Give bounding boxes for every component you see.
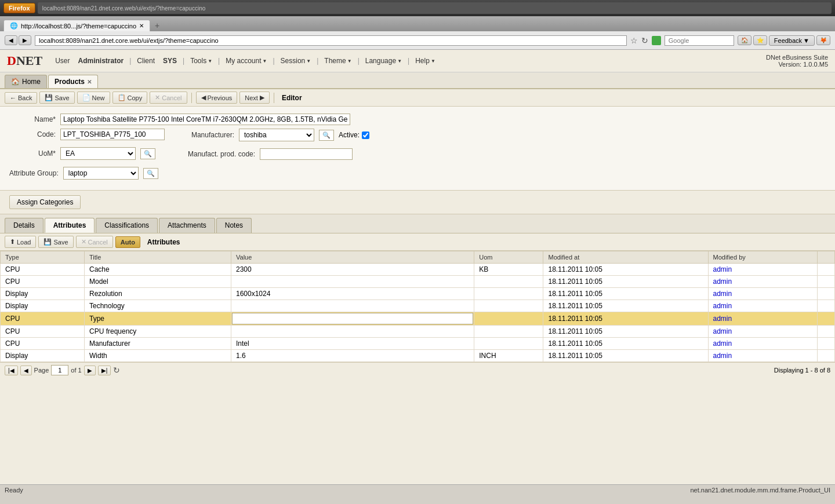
cell-value-edit[interactable] [231, 312, 474, 326]
cell-modified-by: admin [708, 264, 818, 276]
cell-action [818, 312, 835, 326]
tab-close-button[interactable]: ✕ [139, 23, 144, 29]
tab-favicon: 🌐 [10, 22, 18, 30]
displaying-label: Displaying 1 - 8 of 8 [774, 367, 830, 374]
nav-user[interactable]: User [52, 55, 73, 67]
attribute-group-search-button[interactable]: 🔍 [143, 168, 158, 179]
table-row[interactable]: CPU Model 18.11.2011 10:05 admin [1, 276, 835, 288]
cell-modified-at: 18.11.2011 10:05 [543, 276, 708, 288]
back-nav-button[interactable]: ◀ [5, 35, 17, 45]
manufact-prod-code-label: Manufact. prod. code: [188, 150, 255, 158]
nav-sep6: | [357, 57, 361, 65]
nav-sep4: | [271, 57, 275, 65]
table-row[interactable]: CPU CPU frequency 18.11.2011 10:05 admin [1, 326, 835, 338]
cell-title: Cache [84, 264, 231, 276]
browser-tab[interactable]: 🌐 http://localhost:80...js/?theme=capucc… [3, 20, 150, 31]
refresh-browser-button[interactable]: ↻ [641, 36, 648, 45]
name-input[interactable] [60, 114, 350, 125]
attribute-group-row: Attribute Group: laptop 🔍 [9, 167, 165, 180]
nav-client[interactable]: Client [133, 55, 158, 67]
nav-help[interactable]: Help ▼ [412, 55, 439, 67]
assign-area: Assign Categories [0, 191, 835, 214]
tab-details[interactable]: Details [5, 218, 43, 233]
save-button[interactable]: 💾 Save [39, 92, 74, 104]
tab-products-close[interactable]: ✕ [87, 79, 92, 85]
previous-button[interactable]: ◀ Previous [196, 92, 238, 104]
pag-refresh-button[interactable]: ↻ [113, 366, 120, 375]
cell-modified-at: 18.11.2011 10:05 [543, 326, 708, 338]
myaccount-arrow-icon: ▼ [263, 59, 267, 64]
manufact-prod-code-input[interactable] [260, 148, 353, 160]
cell-title: Type [84, 312, 231, 326]
cell-modified-by: admin [708, 276, 818, 288]
extension-button[interactable]: 🦊 [816, 35, 830, 45]
active-checkbox[interactable] [362, 132, 369, 139]
uom-select[interactable]: EA [60, 147, 136, 160]
tab-products-label: Products [55, 78, 85, 86]
manufacturer-select[interactable]: toshiba [239, 129, 314, 141]
bookmark-browser-button[interactable]: ⭐ [753, 35, 767, 45]
table-row[interactable]: CPU Manufacturer Intel 18.11.2011 10:05 … [1, 338, 835, 350]
table-row[interactable]: CPU Type 18.11.2011 10:05 admin [1, 312, 835, 326]
browser-tab-bar: 🌐 http://localhost:80...js/?theme=capucc… [0, 16, 835, 31]
new-button[interactable]: 📄 New [77, 92, 110, 104]
help-arrow-icon: ▼ [431, 59, 435, 64]
pag-prev-button[interactable]: ◀ [20, 366, 32, 375]
copy-button[interactable]: 📋 Copy [112, 92, 148, 104]
nav-theme[interactable]: Theme ▼ [321, 55, 355, 67]
forward-nav-button[interactable]: ▶ [19, 35, 31, 45]
previous-icon: ◀ [201, 94, 206, 101]
home-browser-button[interactable]: 🏠 [738, 35, 752, 45]
pag-last-button[interactable]: ▶| [98, 366, 111, 375]
col-value: Value [231, 251, 474, 264]
cell-type: Display [1, 300, 85, 312]
nav-administrator[interactable]: Administrator [74, 55, 127, 67]
feedback-arrow-icon: ▼ [803, 37, 809, 44]
nav-language[interactable]: Language ▼ [362, 55, 405, 67]
grid-save-button[interactable]: 💾 Save [38, 236, 73, 248]
url-input[interactable] [35, 35, 627, 46]
search-input[interactable] [665, 35, 734, 46]
of-label: of 1 [71, 367, 81, 374]
page-input[interactable] [51, 365, 68, 375]
manufacturer-search-button[interactable]: 🔍 [319, 130, 334, 141]
attribute-group-label: Attribute Group: [9, 169, 59, 177]
auto-button[interactable]: Auto [115, 236, 140, 248]
new-tab-button[interactable]: + [151, 20, 163, 31]
nav-session[interactable]: Session ▼ [277, 55, 315, 67]
tab-products[interactable]: Products ✕ [48, 75, 98, 88]
nav-sys[interactable]: SYS [159, 55, 180, 67]
tools-arrow-icon: ▼ [208, 59, 212, 64]
next-button[interactable]: Next ▶ [239, 92, 270, 104]
table-row[interactable]: Display Rezolution 1600x1024 18.11.2011 … [1, 288, 835, 300]
pag-first-button[interactable]: |◀ [5, 366, 18, 375]
tab-home[interactable]: 🏠 Home [5, 75, 47, 88]
cancel-button[interactable]: ✕ Cancel [150, 92, 187, 104]
uom-search-button[interactable]: 🔍 [140, 148, 155, 159]
table-row[interactable]: Display Width 1.6 INCH 18.11.2011 10:05 … [1, 350, 835, 362]
tab-classifications[interactable]: Classifications [96, 218, 158, 233]
nav-tools[interactable]: Tools ▼ [187, 55, 216, 67]
nav-myaccount[interactable]: My account ▼ [222, 55, 270, 67]
value-edit-input[interactable] [232, 313, 473, 324]
tab-attributes[interactable]: Attributes [45, 218, 95, 233]
feedback-button[interactable]: Feedback ▼ [769, 35, 815, 46]
assign-categories-button[interactable]: Assign Categories [9, 195, 81, 209]
grid-load-button[interactable]: ⬆ Load [5, 236, 36, 248]
bookmark-star-icon[interactable]: ☆ [630, 36, 638, 45]
top-nav: DNET User Administrator | Client SYS | T… [0, 50, 835, 72]
back-button[interactable]: ← Back [5, 92, 37, 104]
table-row[interactable]: CPU Cache 2300 KB 18.11.2011 10:05 admin [1, 264, 835, 276]
app-title: DNet eBusiness Suite Version: 1.0.0.M5 [766, 54, 828, 68]
cell-modified-at: 18.11.2011 10:05 [543, 312, 708, 326]
tab-attachments[interactable]: Attachments [159, 218, 215, 233]
grid-cancel-button[interactable]: ✕ Cancel [76, 236, 113, 248]
code-input[interactable] [60, 129, 165, 140]
attribute-group-select[interactable]: laptop [63, 167, 139, 180]
tab-notes[interactable]: Notes [216, 218, 252, 233]
save-icon: 💾 [45, 94, 53, 101]
table-row[interactable]: Display Technology 18.11.2011 10:05 admi… [1, 300, 835, 312]
cell-uom [474, 312, 543, 326]
firefox-button[interactable]: Firefox [3, 3, 35, 13]
pag-next-button[interactable]: ▶ [84, 366, 96, 375]
